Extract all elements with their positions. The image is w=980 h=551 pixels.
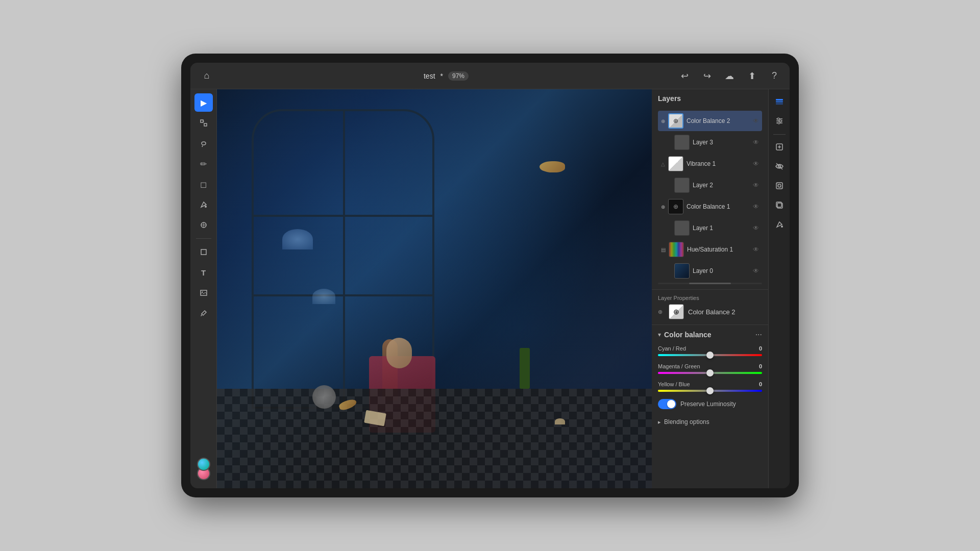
layer-eye-layer3[interactable]: 👁 — [753, 139, 759, 146]
blending-options-row[interactable]: ▸ Blending options — [652, 414, 768, 430]
svg-rect-1 — [204, 123, 207, 126]
cyan-red-slider[interactable] — [658, 354, 762, 356]
paint-bucket-icon[interactable] — [771, 216, 788, 233]
main-content: ▶ ✏ ◻ T — [190, 89, 790, 488]
eraser-tool-button[interactable]: ◻ — [194, 175, 213, 193]
svg-point-18 — [778, 122, 780, 124]
layer-eye-hue1[interactable]: 👁 — [753, 246, 759, 253]
layer-item-cb1[interactable]: ⊕ ⊕ Color Balance 1 👁 — [658, 196, 762, 217]
adjustments-panel-icon[interactable] — [771, 113, 788, 129]
layer-thumb-hue1 — [669, 242, 684, 257]
export-button[interactable]: ⬆ — [745, 69, 759, 83]
redo-button[interactable]: ↪ — [700, 69, 714, 83]
layer-props-link-icon: ⊕ — [658, 309, 663, 315]
device-frame: ⌂ test * 97% ↩ ↪ ☁ ⬆ ? ▶ — [181, 54, 799, 497]
fill-tool-button[interactable] — [194, 195, 213, 214]
cyan-red-thumb[interactable] — [706, 352, 714, 359]
magenta-green-slider-row: Magenta / Green 0 — [658, 363, 762, 374]
layers-title: Layers — [658, 94, 681, 103]
teddy-bear — [386, 338, 412, 368]
app-window: ⌂ test * 97% ↩ ↪ ☁ ⬆ ? ▶ — [190, 63, 790, 488]
layer-eye-cb2[interactable]: 👁 — [753, 117, 759, 124]
layer-item-layer0[interactable]: Layer 0 👁 — [658, 261, 762, 281]
layer-thumb-cb2: ⊕ — [668, 113, 683, 129]
window-divider-h — [254, 215, 432, 217]
scrollbar-track — [658, 283, 762, 284]
panel-content: Layers ⊕ ⊕ Color Balance 2 👁 — [652, 89, 768, 488]
modified-indicator: * — [440, 72, 443, 80]
blending-options-label: Blending options — [664, 418, 709, 425]
filename: test — [424, 72, 435, 80]
layer-item-cb2[interactable]: ⊕ ⊕ Color Balance 2 👁 — [658, 111, 762, 131]
layer-thumb-cb1: ⊕ — [668, 199, 683, 214]
lasso-tool-button[interactable] — [194, 134, 213, 153]
layer-eye-layer2[interactable]: 👁 — [753, 182, 759, 189]
layer-props-icon: ⊕ — [669, 304, 684, 319]
image-tool-button[interactable] — [194, 284, 213, 302]
cloud-button[interactable]: ☁ — [722, 69, 737, 83]
layer-item-layer1[interactable]: Layer 1 👁 — [658, 218, 762, 238]
svg-point-16 — [777, 118, 779, 120]
svg-rect-7 — [201, 249, 206, 255]
layer-eye-layer1[interactable]: 👁 — [753, 224, 759, 232]
right-panel: Layers ⊕ ⊕ Color Balance 2 👁 — [652, 89, 790, 488]
layer-name-layer1: Layer 1 — [693, 224, 750, 232]
svg-point-3 — [205, 206, 207, 208]
cyan-red-label: Cyan / Red — [658, 345, 686, 352]
transform-tool-button[interactable] — [194, 114, 213, 132]
top-bar-left: ⌂ — [199, 68, 215, 84]
add-layer-icon[interactable] — [771, 139, 788, 155]
color-balance-more-button[interactable]: ··· — [755, 330, 762, 339]
fish-1 — [540, 161, 565, 172]
magenta-green-slider[interactable] — [658, 372, 762, 374]
zoom-level[interactable]: 97% — [448, 71, 469, 81]
yellow-blue-value: 0 — [759, 381, 762, 387]
layer-item-vibrance1[interactable]: △ Vibrance 1 👁 — [658, 154, 762, 174]
layers-section-header: Layers — [658, 94, 762, 107]
brush-tool-button[interactable]: ✏ — [194, 155, 213, 173]
cb-expand-icon[interactable]: ▾ — [658, 331, 661, 338]
layer-properties-item[interactable]: ⊕ ⊕ Color Balance 2 — [658, 304, 762, 319]
eyedropper-tool-button[interactable] — [194, 304, 213, 322]
text-tool-button[interactable]: T — [194, 263, 213, 282]
plant-stem — [520, 348, 530, 389]
mask-icon[interactable] — [771, 178, 788, 194]
floating-circle-tool[interactable] — [312, 385, 336, 409]
yellow-blue-label: Yellow / Blue — [658, 381, 690, 387]
help-button[interactable]: ? — [767, 69, 781, 83]
clone-stamp-button[interactable] — [194, 216, 213, 234]
magenta-green-thumb[interactable] — [706, 369, 714, 377]
duplicate-layer-icon[interactable] — [771, 197, 788, 213]
layer-props-name: Color Balance 2 — [688, 308, 736, 316]
color-balance-header: ▾ Color balance ··· — [658, 330, 762, 339]
layer-name-cb1: Color Balance 1 — [687, 203, 750, 210]
foreground-color[interactable] — [197, 458, 210, 471]
scrollbar-thumb[interactable] — [689, 283, 731, 284]
yellow-blue-slider[interactable] — [658, 390, 762, 392]
layers-panel-icon[interactable] — [771, 93, 788, 110]
visibility-toggle-icon[interactable] — [771, 158, 788, 174]
jellyfish-1 — [282, 229, 313, 249]
crop-tool-button[interactable] — [194, 243, 213, 261]
preserve-luminosity-toggle[interactable] — [658, 399, 676, 409]
blending-expand-icon[interactable]: ▸ — [658, 419, 661, 425]
toolbar-divider — [196, 238, 211, 239]
layer-item-layer2[interactable]: Layer 2 👁 — [658, 175, 762, 195]
select-tool-button[interactable]: ▶ — [194, 93, 213, 112]
layer-item-hue1[interactable]: ▤ Hue/Saturation 1 👁 — [658, 239, 762, 260]
yellow-blue-thumb[interactable] — [706, 387, 714, 394]
home-button[interactable]: ⌂ — [199, 68, 215, 84]
yellow-blue-slider-row: Yellow / Blue 0 — [658, 381, 762, 392]
layer-name-vibrance1: Vibrance 1 — [687, 160, 750, 167]
link-icon-hue: ▤ — [661, 247, 666, 253]
layer-eye-layer0[interactable]: 👁 — [753, 267, 759, 274]
top-bar-center: test * 97% — [424, 71, 469, 81]
layer-eye-cb1[interactable]: 👁 — [753, 203, 759, 210]
layer-thumb-vibrance1 — [668, 156, 683, 171]
window-divider-v — [343, 111, 345, 407]
canvas-area[interactable] — [217, 89, 652, 488]
layer-item-layer3[interactable]: Layer 3 👁 — [658, 132, 762, 153]
layer-name-layer0: Layer 0 — [693, 267, 750, 274]
layer-eye-vibrance1[interactable]: 👁 — [753, 160, 759, 167]
undo-button[interactable]: ↩ — [677, 69, 692, 83]
